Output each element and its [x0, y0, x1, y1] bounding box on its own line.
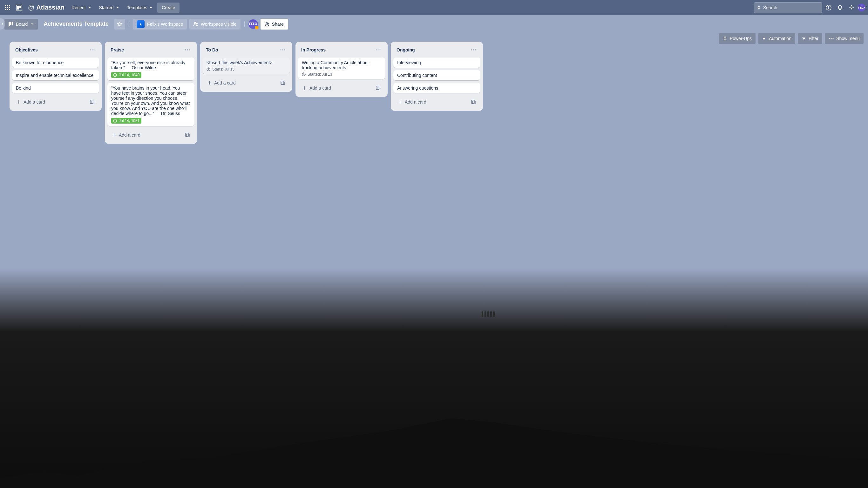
list: Ongoing InterviewingContributing content…	[391, 41, 483, 111]
top-nav: @Atlassian Recent Starred Templates Crea…	[0, 0, 868, 15]
svg-rect-2	[9, 5, 10, 6]
board-title[interactable]: Achievements Template	[40, 21, 112, 27]
nav-menu-recent[interactable]: Recent	[68, 3, 94, 13]
list-title[interactable]: Objectives	[15, 47, 38, 53]
info-icon[interactable]	[824, 3, 834, 13]
view-switcher[interactable]: Board	[4, 19, 38, 30]
user-avatar[interactable]: FELX	[858, 4, 865, 11]
svg-point-32	[833, 38, 834, 39]
svg-point-31	[831, 38, 832, 39]
card[interactable]: Writing a Community Article about tracki…	[298, 58, 385, 79]
svg-rect-4	[7, 7, 8, 8]
card[interactable]: Be kind	[12, 83, 99, 93]
card-template-button[interactable]	[278, 79, 287, 87]
list-menu-button[interactable]	[183, 45, 192, 54]
people-icon	[193, 22, 198, 27]
board-header: Board Achievements Template Felix's Work…	[0, 15, 868, 33]
more-icon	[829, 37, 834, 39]
svg-rect-0	[5, 5, 6, 6]
svg-point-26	[725, 37, 725, 38]
powerups-button[interactable]: Power-Ups	[719, 33, 755, 44]
clock-icon	[207, 67, 210, 71]
list-menu-button[interactable]	[88, 45, 97, 54]
divider	[129, 21, 129, 27]
card[interactable]: Be known for eloquence	[12, 58, 99, 68]
date-label: Started: Jul 13	[302, 72, 332, 77]
visibility-button[interactable]: Workspace visible	[189, 19, 241, 30]
filter-icon	[802, 36, 806, 41]
svg-rect-6	[5, 9, 6, 10]
plus-icon	[112, 133, 116, 137]
svg-rect-3	[5, 7, 6, 8]
list-menu-button[interactable]	[469, 45, 478, 54]
add-card-button[interactable]: Add a card	[396, 98, 469, 106]
share-button[interactable]: Share	[260, 19, 288, 30]
card[interactable]: “Be yourself; everyone else is already t…	[107, 58, 194, 81]
svg-rect-11	[20, 6, 21, 8]
card-template-button[interactable]	[183, 130, 192, 140]
star-button[interactable]	[114, 19, 125, 30]
add-card-button[interactable]: Add a card	[14, 98, 88, 106]
date-label: Starts: Jul 15	[207, 67, 235, 71]
settings-icon[interactable]	[846, 3, 857, 13]
search-field[interactable]	[763, 5, 819, 10]
svg-point-67	[475, 50, 476, 51]
star-icon	[117, 22, 122, 27]
list-menu-button[interactable]	[278, 45, 287, 54]
svg-point-59	[380, 50, 381, 51]
chevron-down-icon	[88, 6, 92, 9]
svg-point-30	[829, 38, 830, 39]
bolt-icon	[762, 36, 766, 41]
chevron-down-icon	[116, 6, 120, 9]
list-title[interactable]: To Do	[206, 47, 218, 53]
card[interactable]: <Insert this week's Achievement>Starts: …	[203, 58, 290, 74]
clock-icon	[113, 119, 117, 123]
svg-point-49	[281, 50, 281, 51]
notifications-icon[interactable]	[835, 3, 845, 13]
svg-point-12	[758, 6, 760, 8]
create-button[interactable]: Create	[157, 3, 180, 13]
plus-icon	[398, 100, 402, 104]
due-date-badge: Jul 14, 1981	[111, 118, 142, 124]
automation-button[interactable]: Automation	[758, 33, 795, 44]
person-add-icon	[265, 22, 270, 26]
add-card-button[interactable]: Add a card	[301, 84, 374, 92]
atlassian-icon	[137, 20, 145, 28]
list-title[interactable]: Ongoing	[397, 47, 415, 53]
list-title[interactable]: Praise	[111, 47, 124, 53]
search-input[interactable]	[754, 2, 822, 13]
card-text: Interviewing	[397, 60, 476, 65]
card[interactable]: Contributing content	[393, 70, 480, 81]
trello-logo-icon[interactable]	[14, 3, 24, 13]
svg-point-42	[189, 50, 190, 51]
filter-button[interactable]: Filter	[798, 33, 822, 44]
nav-menu-starred[interactable]: Starred	[96, 3, 123, 13]
list-title[interactable]: In Progress	[301, 47, 326, 53]
list: Objectives Be known for eloquenceInspire…	[9, 41, 102, 111]
svg-rect-7	[7, 9, 8, 10]
card[interactable]: Interviewing	[393, 58, 480, 68]
svg-point-41	[187, 50, 188, 51]
card-template-button[interactable]	[469, 97, 478, 106]
app-switcher-icon[interactable]	[3, 3, 13, 13]
card[interactable]: Answering questions	[393, 83, 480, 93]
card[interactable]: Inspire and enable technical excellence	[12, 70, 99, 81]
add-card-button[interactable]: Add a card	[110, 131, 183, 139]
show-menu-button[interactable]: Show menu	[825, 33, 864, 44]
logo-text: Atlassian	[36, 4, 64, 11]
card-template-button[interactable]	[88, 97, 97, 106]
card[interactable]: “You have brains in your head. You have …	[107, 83, 194, 126]
list-menu-button[interactable]	[374, 45, 382, 54]
add-card-button[interactable]: Add a card	[205, 79, 278, 87]
svg-point-66	[473, 50, 474, 51]
card-text: <Insert this week's Achievement>	[207, 60, 286, 65]
svg-rect-47	[186, 133, 188, 136]
svg-point-35	[94, 50, 95, 51]
product-logo[interactable]: @Atlassian	[25, 4, 67, 11]
workspace-button[interactable]: Felix's Workspace	[133, 19, 187, 30]
member-avatar[interactable]: FELX	[248, 20, 258, 29]
board-canvas[interactable]: Objectives Be known for eloquenceInspire…	[0, 41, 868, 488]
nav-menu-templates[interactable]: Templates	[124, 3, 156, 13]
card-template-button[interactable]	[374, 84, 382, 92]
svg-rect-19	[10, 22, 11, 25]
